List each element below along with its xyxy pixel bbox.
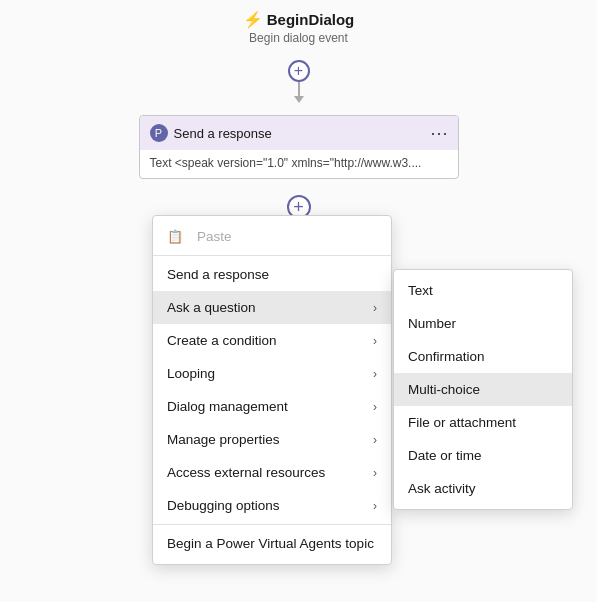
- menu-item-create-condition[interactable]: Create a condition ›: [153, 324, 391, 357]
- multi-choice-label: Multi-choice: [408, 382, 480, 397]
- lightning-icon: ⚡: [243, 10, 263, 29]
- confirmation-label: Confirmation: [408, 349, 485, 364]
- connector-line: [298, 82, 300, 96]
- chevron-right-icon: ›: [373, 367, 377, 381]
- dialog-management-label: Dialog management: [167, 399, 288, 414]
- submenu-item-file-attachment[interactable]: File or attachment: [394, 406, 572, 439]
- menu-item-access-external[interactable]: Access external resources ›: [153, 456, 391, 489]
- ask-question-label: Ask a question: [167, 300, 256, 315]
- access-external-label: Access external resources: [167, 465, 325, 480]
- add-node-button-top[interactable]: +: [288, 60, 310, 82]
- paste-icon: 📋: [167, 229, 183, 244]
- context-menu-container: 📋 Paste Send a response Ask a question ›…: [152, 215, 573, 565]
- submenu-item-date-time[interactable]: Date or time: [394, 439, 572, 472]
- create-condition-label: Create a condition: [167, 333, 277, 348]
- chevron-right-icon: ›: [373, 499, 377, 513]
- ask-activity-label: Ask activity: [408, 481, 476, 496]
- menu-item-ask-question[interactable]: Ask a question ›: [153, 291, 391, 324]
- submenu-item-text[interactable]: Text: [394, 274, 572, 307]
- menu-item-looping[interactable]: Looping ›: [153, 357, 391, 390]
- debugging-label: Debugging options: [167, 498, 280, 513]
- menu-item-manage-properties[interactable]: Manage properties ›: [153, 423, 391, 456]
- menu-item-begin-pva-topic[interactable]: Begin a Power Virtual Agents topic: [153, 527, 391, 560]
- context-menu: 📋 Paste Send a response Ask a question ›…: [152, 215, 392, 565]
- submenu-item-number[interactable]: Number: [394, 307, 572, 340]
- chevron-right-icon: ›: [373, 400, 377, 414]
- paste-label: Paste: [197, 229, 377, 244]
- menu-divider-2: [153, 524, 391, 525]
- node-options-button[interactable]: ⋯: [430, 122, 448, 144]
- send-response-header: P Send a response ⋯: [140, 116, 458, 150]
- send-response-node: P Send a response ⋯ Text <speak version=…: [139, 115, 459, 179]
- chevron-right-icon: ›: [373, 334, 377, 348]
- chevron-right-icon: ›: [373, 301, 377, 315]
- send-response-title: Send a response: [174, 126, 272, 141]
- send-response-label: Send a response: [167, 267, 269, 282]
- submenu-item-multi-choice[interactable]: Multi-choice: [394, 373, 572, 406]
- send-response-body: Text <speak version="1.0" xmlns="http://…: [140, 150, 458, 178]
- begin-dialog-subtitle: Begin dialog event: [249, 31, 348, 45]
- looping-label: Looping: [167, 366, 215, 381]
- begin-pva-topic-label: Begin a Power Virtual Agents topic: [167, 536, 374, 551]
- text-label: Text: [408, 283, 433, 298]
- number-label: Number: [408, 316, 456, 331]
- menu-item-debugging[interactable]: Debugging options ›: [153, 489, 391, 522]
- submenu-item-confirmation[interactable]: Confirmation: [394, 340, 572, 373]
- menu-item-send-response[interactable]: Send a response: [153, 258, 391, 291]
- send-response-card: P Send a response ⋯ Text <speak version=…: [139, 115, 459, 179]
- menu-item-dialog-management[interactable]: Dialog management ›: [153, 390, 391, 423]
- file-attachment-label: File or attachment: [408, 415, 516, 430]
- send-response-icon: P: [150, 124, 168, 142]
- canvas: ⚡ BeginDialog Begin dialog event + P Sen…: [0, 0, 597, 602]
- menu-divider-1: [153, 255, 391, 256]
- manage-properties-label: Manage properties: [167, 432, 280, 447]
- chevron-right-icon: ›: [373, 466, 377, 480]
- begin-dialog-title: BeginDialog: [267, 11, 355, 28]
- submenu-item-ask-activity[interactable]: Ask activity: [394, 472, 572, 505]
- begin-dialog-node: ⚡ BeginDialog Begin dialog event: [243, 10, 355, 45]
- chevron-right-icon: ›: [373, 433, 377, 447]
- submenu: Text Number Confirmation Multi-choice Fi…: [393, 269, 573, 510]
- date-time-label: Date or time: [408, 448, 482, 463]
- arrow-down: [294, 96, 304, 103]
- menu-item-paste[interactable]: 📋 Paste: [153, 220, 391, 253]
